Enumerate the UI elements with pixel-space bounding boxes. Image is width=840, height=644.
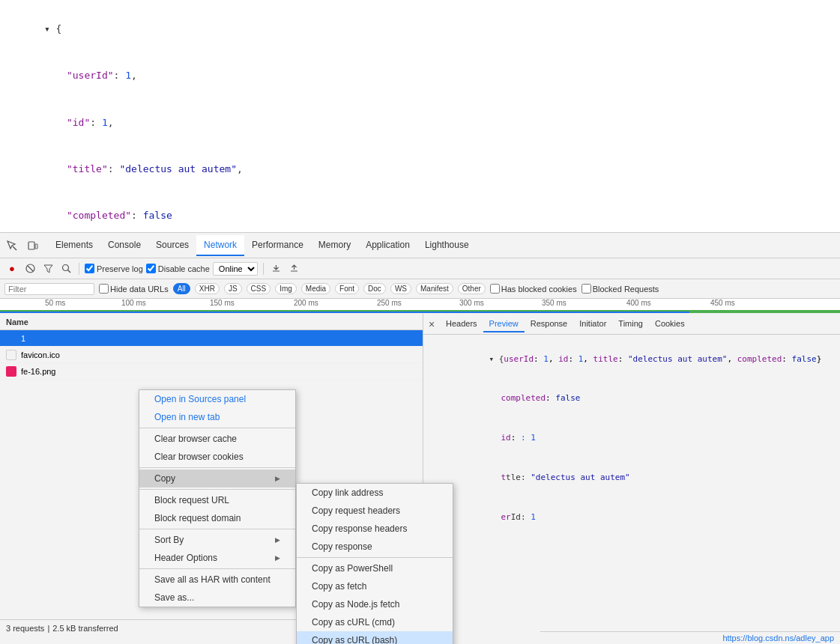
cm-copy-powershell[interactable]: Copy as PowerShell [297,559,453,577]
cm-copy-fetch[interactable]: Copy as fetch [297,577,453,595]
details-close-button[interactable]: × [423,316,440,332]
details-tab-cookies[interactable]: Cookies [649,316,691,332]
filter-input[interactable] [4,283,94,295]
item-icon-ico [6,350,16,360]
blocked-requests-label[interactable]: Blocked Requests [581,284,659,294]
filter-toggle-button[interactable] [40,261,55,276]
svg-rect-2 [35,244,37,249]
cm-header-options[interactable]: Header Options [139,549,295,567]
tick-200ms: 200 ms [294,299,318,307]
preview-line-id: id: : 1 [429,419,834,458]
record-button[interactable]: ● [4,261,19,276]
cm-sub-div-1 [297,557,453,558]
details-tabs: × Headers Preview Response Initiator Tim… [423,314,840,335]
search-button[interactable] [58,261,73,276]
filter-type-all[interactable]: All [173,283,190,294]
cm-block-url[interactable]: Block request URL [139,491,295,509]
details-tab-timing[interactable]: Timing [612,316,649,332]
json-line-bracket-open: ▾ { [9,6,831,52]
import-button[interactable] [269,261,284,276]
cm-copy-response[interactable]: Copy response [297,538,453,556]
filter-type-media[interactable]: Media [301,283,330,294]
filter-type-ws[interactable]: WS [390,283,411,294]
cm-copy-link[interactable]: Copy link address [297,484,453,502]
tab-performance[interactable]: Performance [244,235,311,256]
tab-network[interactable]: Network [196,235,244,256]
svg-line-0 [13,246,16,250]
tick-250ms: 250 ms [377,299,402,307]
tick-50ms: 50 ms [45,299,65,307]
cm-copy-curl-cmd[interactable]: Copy as cURL (cmd) [297,613,453,631]
filter-type-other[interactable]: Other [458,283,486,294]
cm-open-newtab[interactable]: Open in new tab [139,408,295,426]
json-line-userid: "userId": 1, [9,52,831,99]
tab-sources[interactable]: Sources [148,235,196,256]
tick-350ms: 350 ms [542,299,566,307]
tick-400ms: 400 ms [626,299,651,307]
json-line-id: "id": 1, [9,100,831,146]
svg-line-7 [67,270,70,273]
filter-bar: Hide data URLs All XHR JS CSS Img Media … [0,279,840,299]
toolbar-sep-1 [79,263,79,275]
clear-button[interactable] [22,261,37,276]
network-list-header: Name [0,314,423,330]
hide-data-urls-label[interactable]: Hide data URLs [99,284,169,294]
details-tab-headers[interactable]: Headers [440,316,483,332]
network-item-fe16[interactable]: fe-16.png [0,363,423,380]
tab-console[interactable]: Console [100,235,148,256]
details-panel: × Headers Preview Response Initiator Tim… [423,314,840,636]
devtools-toolbar: ● Preserve log Disable cache Online [0,258,840,279]
details-tab-initiator[interactable]: Initiator [573,316,612,332]
cm-div-4 [139,529,295,529]
timeline-bar: 50 ms 100 ms 150 ms 200 ms 250 ms 300 ms… [0,299,840,314]
cm-clear-cache[interactable]: Clear browser cache [139,430,295,448]
network-item-1[interactable]: 1 [0,330,423,347]
tab-elements[interactable]: Elements [48,235,100,256]
cm-open-sources[interactable]: Open in Sources panel [139,390,295,408]
cm-copy-response-headers[interactable]: Copy response headers [297,520,453,538]
network-item-favicon[interactable]: favicon.ico [0,347,423,363]
preserve-log-checkbox[interactable] [85,264,94,273]
preview-line-title: ttle: "delectus aut autem" [429,458,834,497]
device-icon[interactable] [24,237,42,255]
cm-sort-by[interactable]: Sort By [139,531,295,549]
filter-type-img[interactable]: Img [275,283,297,294]
filter-type-font[interactable]: Font [335,283,359,294]
details-tab-response[interactable]: Response [525,316,574,332]
cm-save-har[interactable]: Save all as HAR with content [139,571,295,589]
filter-type-manifest[interactable]: Manifest [416,283,453,294]
tab-lighthouse[interactable]: Lighthouse [417,235,477,256]
cm-div-5 [139,568,295,569]
item-icon-xhr [6,333,16,344]
export-button[interactable] [287,261,302,276]
cm-save-as[interactable]: Save as... [139,589,295,607]
cm-copy-curl-bash[interactable]: Copy as cURL (bash) [297,631,453,644]
cm-block-domain[interactable]: Block request domain [139,509,295,527]
cm-clear-cookies[interactable]: Clear browser cookies [139,448,295,466]
hide-data-urls-checkbox[interactable] [99,284,109,294]
filter-type-xhr[interactable]: XHR [195,283,220,294]
throttle-select[interactable]: Online [213,262,258,276]
tab-memory[interactable]: Memory [311,235,358,256]
svg-line-4 [28,266,33,271]
blocked-requests-checkbox[interactable] [581,284,591,294]
details-tab-preview[interactable]: Preview [483,316,525,332]
has-blocked-label[interactable]: Has blocked cookies [490,284,577,294]
disable-cache-label[interactable]: Disable cache [146,264,210,273]
context-submenu-copy: Copy link address Copy request headers C… [296,483,453,644]
svg-marker-5 [44,265,52,273]
cm-copy-request-headers[interactable]: Copy request headers [297,502,453,520]
json-line-completed: "completed": false [9,193,831,232]
filter-type-doc[interactable]: Doc [363,283,386,294]
has-blocked-checkbox[interactable] [490,284,500,294]
tab-application[interactable]: Application [358,235,417,256]
preview-header: ▾ {userId: 1, id: 1, title: "delectus au… [429,339,834,379]
filter-type-js[interactable]: JS [224,283,242,294]
disable-cache-checkbox[interactable] [146,264,156,273]
cm-copy[interactable]: Copy [139,470,295,487]
cm-copy-nodejs-fetch[interactable]: Copy as Node.js fetch [297,595,453,613]
filter-type-css[interactable]: CSS [247,283,271,294]
inspect-icon[interactable] [3,237,21,255]
timeline-progress-blue [0,312,689,313]
preserve-log-label[interactable]: Preserve log [85,264,143,273]
